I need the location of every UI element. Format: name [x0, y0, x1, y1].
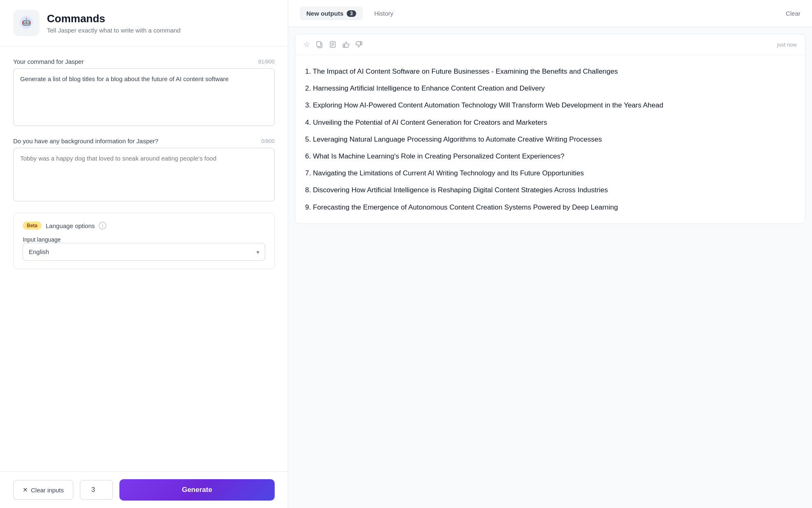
svg-text:🤖: 🤖 — [22, 17, 31, 26]
star-icon[interactable]: ☆ — [303, 40, 310, 49]
input-lang-label: Input language — [23, 236, 265, 243]
background-field-group: Do you have any background information f… — [13, 137, 275, 201]
output-list-item: 6. What Is Machine Learning's Role in Cr… — [305, 147, 795, 164]
document-icon[interactable] — [329, 41, 336, 48]
command-textarea[interactable]: Generate a list of blog titles for a blo… — [13, 68, 275, 126]
command-label: Your command for Jasper — [13, 58, 84, 65]
output-list-item: 5. Leveraging Natural Language Processin… — [305, 130, 795, 147]
tab-history[interactable]: History — [368, 7, 400, 20]
command-char-count: 81/800 — [258, 58, 275, 65]
bottom-bar: ✕ Clear inputs Generate — [0, 471, 288, 508]
beta-badge: Beta — [23, 221, 42, 230]
background-label-row: Do you have any background information f… — [13, 137, 275, 144]
left-content: Your command for Jasper 81/800 Generate … — [0, 47, 288, 471]
clear-inputs-button[interactable]: ✕ Clear inputs — [13, 480, 73, 500]
header-icon-wrap: 🤖 — [13, 10, 40, 36]
output-count-input[interactable] — [80, 480, 113, 500]
page-subtitle: Tell Jasper exactly what to write with a… — [47, 27, 180, 34]
background-textarea[interactable] — [13, 148, 275, 201]
output-card-header: ☆ just now — [295, 34, 805, 55]
output-body: 1. The Impact of AI Content Software on … — [295, 55, 805, 224]
language-info-icon[interactable]: i — [99, 222, 106, 229]
language-options-title: Language options — [46, 222, 95, 229]
output-timestamp: just now — [777, 42, 797, 48]
svg-rect-3 — [317, 42, 321, 47]
thumbs-down-icon[interactable] — [355, 41, 363, 48]
language-header: Beta Language options i — [23, 221, 265, 230]
command-label-row: Your command for Jasper 81/800 — [13, 58, 275, 65]
output-list: 1. The Impact of AI Content Software on … — [305, 63, 795, 215]
left-panel: 🤖 Commands Tell Jasper exactly what to w… — [0, 0, 288, 508]
tab-new-outputs-badge: 3 — [347, 10, 356, 17]
clear-outputs-link[interactable]: Clear — [786, 10, 800, 17]
output-card: ☆ just now 1. The Imp — [295, 34, 805, 224]
output-list-item: 1. The Impact of AI Content Software on … — [305, 63, 795, 79]
output-list-item: 2. Harnessing Artificial Intelligence to… — [305, 79, 795, 96]
page-header: 🤖 Commands Tell Jasper exactly what to w… — [0, 0, 288, 47]
tab-new-outputs[interactable]: New outputs 3 — [300, 7, 363, 20]
output-list-item: 3. Exploring How AI-Powered Content Auto… — [305, 96, 795, 113]
command-field-group: Your command for Jasper 81/800 Generate … — [13, 58, 275, 126]
x-icon: ✕ — [23, 486, 28, 494]
output-list-item: 8. Discovering How Artificial Intelligen… — [305, 181, 795, 198]
copy-icon[interactable] — [316, 41, 323, 48]
background-char-count: 0/800 — [261, 138, 275, 144]
commands-icon: 🤖 — [19, 15, 34, 31]
background-label: Do you have any background information f… — [13, 137, 159, 144]
tab-new-outputs-label: New outputs — [306, 10, 343, 17]
right-panel: New outputs 3 History Clear ☆ — [288, 0, 812, 508]
output-list-item: 4. Unveiling the Potential of AI Content… — [305, 114, 795, 130]
thumbs-up-icon[interactable] — [342, 41, 350, 48]
language-select-wrap: English Spanish French German ▾ — [23, 243, 265, 261]
svg-rect-8 — [343, 44, 344, 47]
header-text: Commands Tell Jasper exactly what to wri… — [47, 12, 180, 34]
language-section: Beta Language options i Input language E… — [13, 213, 275, 269]
right-content: ☆ just now 1. The Imp — [288, 27, 812, 508]
generate-button[interactable]: Generate — [119, 479, 275, 501]
output-list-item: 7. Navigating the Limitations of Current… — [305, 164, 795, 181]
output-actions: ☆ — [303, 40, 363, 49]
language-select[interactable]: English Spanish French German — [23, 243, 265, 261]
page-title: Commands — [47, 12, 180, 25]
svg-rect-9 — [361, 42, 362, 45]
output-list-item: 9. Forecasting the Emergence of Autonomo… — [305, 198, 795, 215]
clear-inputs-label: Clear inputs — [31, 487, 64, 494]
input-language-group: Input language English Spanish French Ge… — [23, 236, 265, 261]
right-header: New outputs 3 History Clear — [288, 0, 812, 27]
